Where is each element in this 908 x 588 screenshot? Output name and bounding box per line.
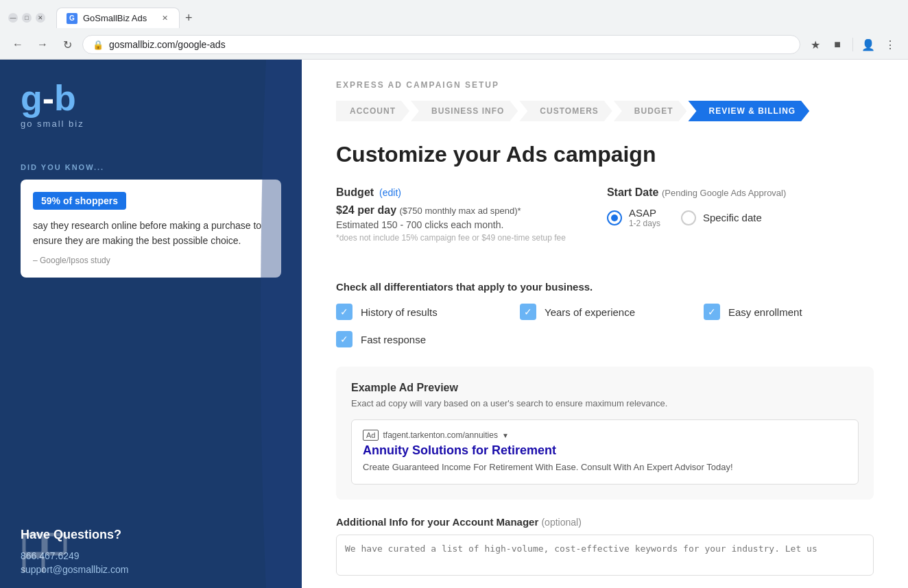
date-option-specific[interactable]: Specific date [681,210,762,225]
stat-card: 59% of shoppers say they research online… [21,180,281,278]
additional-optional: (optional) [541,517,581,528]
diff-label-experience: Years of experience [545,306,635,318]
extensions-button[interactable]: ■ [828,35,847,54]
address-bar[interactable]: 🔒 gosmallbiz.com/google-ads [82,35,800,54]
page-title: Customize your Ads campaign [336,142,874,167]
browser-toolbar: ← → ↻ 🔒 gosmallbiz.com/google-ads ★ ■ 👤 … [0,30,908,59]
browser-chrome: — □ ✕ G GoSmallBiz Ads ✕ + ← → ↻ 🔒 gosma… [0,0,908,60]
diff-label-enrollment: Easy enrollment [728,306,802,318]
logo-text: g-b [21,80,281,116]
lock-icon: 🔒 [93,40,104,50]
menu-button[interactable]: ⋮ [881,35,900,54]
ad-preview-section: Example Ad Preview Exact ad copy will va… [336,367,874,500]
checkbox-history[interactable]: ✓ [336,304,353,320]
asap-sublabel: 1-2 days [629,219,660,228]
main-content: EXPRESS AD CAMPAIGN SETUP ACCOUNT BUSINE… [302,60,908,588]
budget-section: Budget (edit) $24 per day ($750 monthly … [336,186,566,243]
budget-edit-link[interactable]: (edit) [379,187,401,198]
diff-item-enrollment[interactable]: ✓ Easy enrollment [704,304,874,320]
ad-box: Ad tfagent.tarkenton.com/annuities ▼ Ann… [351,419,859,485]
forward-button[interactable]: → [33,35,52,54]
ad-headline[interactable]: Annuity Solutions for Retirement [363,443,847,458]
diff-item-history[interactable]: ✓ History of results [336,304,506,320]
toolbar-actions: ★ ■ 👤 ⋮ [806,35,900,54]
checkbox-fast-response[interactable]: ✓ [336,331,353,347]
budget-monthly: ($750 monthly max ad spend)* [400,206,521,216]
ad-preview-title: Example Ad Preview [351,382,859,394]
bookmark-button[interactable]: ★ [806,35,825,54]
step-account[interactable]: ACCOUNT [336,101,409,121]
checkmark-experience: ✓ [524,306,532,317]
diff-label-history: History of results [361,306,438,318]
ad-description: Create Guaranteed Income For Retirement … [363,461,847,474]
toolbar-divider [852,38,853,51]
sidebar-bottom-icon [21,531,69,575]
tab-favicon: G [67,13,77,24]
window-close[interactable]: ✕ [36,13,45,23]
specific-label: Specific date [703,212,762,223]
setup-label: EXPRESS AD CAMPAIGN SETUP [336,80,874,90]
checkbox-enrollment[interactable]: ✓ [704,304,720,320]
ad-preview-subtitle: Exact ad copy will vary based on a user'… [351,398,859,408]
logo-b: b [54,78,76,118]
svg-rect-2 [24,556,43,572]
asap-label: ASAP [629,207,660,219]
browser-titlebar: — □ ✕ G GoSmallBiz Ads ✕ + [0,0,908,30]
diff-item-fast-response[interactable]: ✓ Fast response [336,331,506,347]
stat-source: – Google/Ipsos study [33,256,269,265]
address-text: gosmallbiz.com/google-ads [109,39,790,50]
tab-close-button[interactable]: ✕ [160,12,169,24]
radio-specific[interactable] [681,210,696,225]
additional-info-section: Additional Info for your Account Manager… [336,516,874,578]
step-budget[interactable]: BUDGET [614,101,687,121]
logo-separator: - [43,78,54,118]
additional-info-textarea[interactable] [336,535,874,576]
checkmark-fast-response: ✓ [340,334,348,345]
window-maximize[interactable]: □ [22,13,32,23]
radio-asap[interactable] [607,210,622,225]
ad-domain: tfagent.tarkenton.com/annuities [383,430,497,440]
browser-tabs: G GoSmallBiz Ads ✕ + [51,8,900,28]
step-review-billing[interactable]: REVIEW & BILLING [688,101,809,121]
budget-label: Budget [336,186,374,199]
budget-clicks: Estimated 150 - 700 clicks each month. [336,219,566,230]
date-option-asap[interactable]: ASAP 1-2 days [607,207,660,228]
budget-amount: $24 per day ($750 monthly max ad spend)* [336,204,566,217]
svg-rect-1 [46,535,65,554]
budget-start-row: Budget (edit) $24 per day ($750 monthly … [336,186,874,262]
ad-badge-label: Ad [363,430,379,441]
checkmark-enrollment: ✓ [708,306,716,317]
sidebar: g-b go small biz DID YOU KNOW... 59% of … [0,60,302,588]
budget-note: *does not include 15% campaign fee or $4… [336,233,566,243]
svg-rect-0 [24,535,43,554]
stat-badge: 59% of shoppers [33,192,126,210]
ad-dropdown-icon: ▼ [502,432,509,439]
differentiators-title: Check all differentiators that apply to … [336,281,874,293]
start-date-section: Start Date (Pending Google Ads Approval)… [607,186,786,262]
logo-g: g [21,78,43,118]
checkmark-history: ✓ [340,306,348,317]
radio-asap-inner [611,215,618,221]
back-button[interactable]: ← [8,35,27,54]
start-date-pending: (Pending Google Ads Approval) [662,188,786,198]
diff-item-experience[interactable]: ✓ Years of experience [520,304,690,320]
checkbox-experience[interactable]: ✓ [520,304,536,320]
sidebar-logo: g-b go small biz [21,80,281,129]
did-you-know-label: DID YOU KNOW... [21,163,281,171]
window-controls: — □ ✕ [8,13,45,23]
differentiators-grid: ✓ History of results ✓ Years of experien… [336,304,874,347]
logo-subtitle: go small biz [21,119,281,129]
step-customers[interactable]: CUSTOMERS [519,101,612,121]
new-tab-button[interactable]: + [180,8,198,28]
window-minimize[interactable]: — [8,13,18,23]
reload-button[interactable]: ↻ [58,35,77,54]
start-date-header: Start Date (Pending Google Ads Approval) [607,186,786,199]
profile-button[interactable]: 👤 [859,35,878,54]
active-tab[interactable]: G GoSmallBiz Ads ✕ [56,8,180,28]
step-business-info[interactable]: BUSINESS INFO [411,101,518,121]
additional-info-title: Additional Info for your Account Manager… [336,516,874,528]
progress-steps: ACCOUNT BUSINESS INFO CUSTOMERS BUDGET R… [336,101,874,121]
ad-badge: Ad tfagent.tarkenton.com/annuities ▼ [363,430,847,441]
budget-header: Budget (edit) [336,186,566,199]
date-option-asap-label: ASAP 1-2 days [629,207,660,228]
